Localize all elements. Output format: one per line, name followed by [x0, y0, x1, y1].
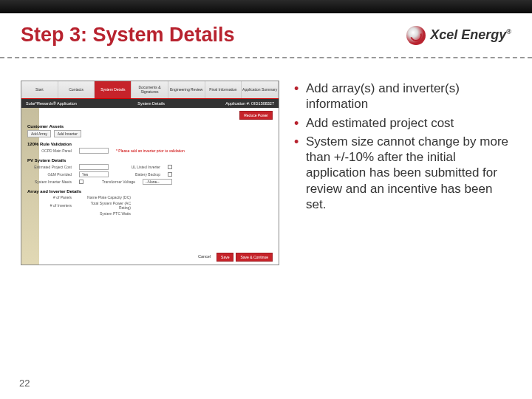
- bullet-list: Add array(s) and inverter(s) information…: [293, 81, 511, 265]
- tab-final: Final Information: [205, 81, 242, 98]
- section-pv-details: PV System Details: [27, 158, 273, 163]
- bullet-item: System size cannot change by more than +…: [293, 134, 511, 212]
- section-array-inverter: Array and Inverter Details: [27, 189, 273, 194]
- content-row: Start Contacts System Details Documents …: [0, 81, 532, 265]
- tab-start: Start: [21, 81, 58, 98]
- breadcrumb-left: Solar*Rewards® Application: [26, 101, 77, 106]
- xcel-logo: Xcel Energy®: [406, 26, 511, 45]
- cancel-button: Cancel: [194, 253, 214, 262]
- breadcrumb-right: Application #: OID1508327: [225, 101, 274, 106]
- xcel-logo-icon: [406, 26, 426, 45]
- tab-summary: Application Summary: [242, 81, 279, 98]
- title-row: Step 3: System Details Xcel Energy®: [0, 13, 532, 54]
- reduce-power-button: Reduce Power: [239, 111, 273, 120]
- tab-contacts: Contacts: [58, 81, 95, 98]
- tab-system-details: System Details: [95, 81, 132, 98]
- checkbox-icon: [79, 180, 83, 184]
- add-array-button: Add Array: [27, 130, 51, 137]
- add-inverter-button: Add Inverter: [54, 130, 81, 137]
- dashed-divider: [0, 57, 532, 58]
- tab-documents: Documents & Signatures: [132, 81, 168, 98]
- bullet-item: Add array(s) and inverter(s) information: [293, 81, 511, 112]
- ocpd-row: OCPD Main Panel * Please add an inverter…: [27, 148, 273, 154]
- page-number: 22: [19, 378, 30, 389]
- section-120-rule: 120% Rule Validation: [27, 142, 273, 146]
- tab-engineering: Engineering Review: [168, 81, 205, 98]
- mini-footer: Cancel Save Save & Continue: [194, 253, 273, 262]
- breadcrumb-mid: System Details: [137, 101, 165, 106]
- mini-body: Reduce Power Customer Assets Add Array A…: [21, 108, 279, 220]
- save-button: Save: [216, 253, 233, 262]
- mini-breadcrumb: Solar*Rewards® Application System Detail…: [21, 99, 279, 108]
- bullet-item: Add estimated project cost: [293, 115, 511, 131]
- section-customer-assets: Customer Assets: [27, 124, 273, 129]
- slide-title: Step 3: System Details: [21, 24, 235, 47]
- save-continue-button: Save & Continue: [236, 253, 273, 262]
- mini-tabs: Start Contacts System Details Documents …: [21, 81, 279, 99]
- xcel-logo-text: Xcel Energy®: [430, 27, 511, 43]
- embedded-screenshot: Start Contacts System Details Documents …: [21, 81, 279, 265]
- checkbox-icon: [168, 172, 172, 177]
- checkbox-icon: [168, 165, 172, 169]
- header-bar: [0, 0, 532, 13]
